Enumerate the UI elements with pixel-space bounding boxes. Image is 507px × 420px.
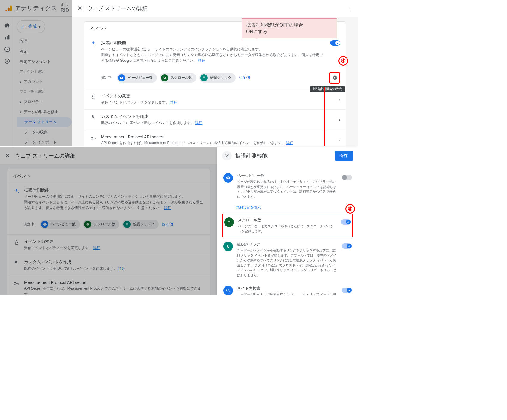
chip-pageview: ページビュー数	[117, 73, 157, 83]
chip-outbound: 離脱クリック	[199, 73, 236, 83]
out-toggle[interactable]	[342, 243, 352, 249]
eye-icon	[223, 173, 233, 183]
key-icon	[90, 135, 97, 142]
svg-point-14	[91, 137, 93, 139]
sheet-title: ウェブ ストリームの詳細	[87, 5, 148, 12]
panel-title: 拡張計測機能	[235, 152, 331, 159]
svg-rect-3	[5, 37, 6, 39]
close-icon[interactable]: ✕	[77, 4, 82, 12]
app-title: アナリティクス	[15, 4, 57, 12]
reports-icon[interactable]	[4, 34, 10, 41]
svg-line-29	[229, 291, 230, 292]
admin-sidebar: ＋ 作成 ▾ 管理 設定 設定アシスタント アカウント設定 ▸アカウント プロパ…	[14, 17, 74, 146]
ext-title: 拡張計測機能	[101, 40, 326, 46]
pv-toggle[interactable]	[342, 175, 352, 180]
chevron-right-icon: ›	[338, 96, 340, 102]
nav-header-account: アカウント設定	[17, 67, 72, 77]
search-toggle[interactable]	[342, 288, 352, 293]
mouse-icon	[223, 242, 233, 251]
explore-icon[interactable]	[4, 46, 10, 52]
measuring-chips: 測定中: ページビュー数 スクロール数 離脱クリック 他 3 個 拡張計測機能の…	[84, 68, 346, 89]
gear-icon	[332, 75, 338, 81]
measuring-label: 測定中:	[101, 75, 112, 80]
nav-admin[interactable]: 管理	[17, 36, 72, 47]
nav-data-collect[interactable]: ▾データの収集と修正	[17, 107, 72, 117]
svg-rect-5	[8, 35, 9, 40]
item-outbound: 離脱クリックユーザーがドメインから移動するリンクをクリックするたびに、離脱クリッ…	[222, 237, 353, 282]
item-scroll: スクロール数ページの一番下までスクロールされるたびに、スクロール イベントを記録…	[222, 214, 353, 237]
svg-point-28	[227, 289, 229, 291]
nav-data-collection[interactable]: データの収集	[17, 127, 72, 137]
gear-button[interactable]: 拡張計測機能の設定	[329, 72, 340, 84]
svg-point-23	[228, 177, 229, 178]
svg-point-2	[5, 10, 7, 11]
svg-rect-4	[7, 36, 8, 39]
scroll-toggle[interactable]	[341, 219, 351, 225]
details-link[interactable]: 詳細	[286, 141, 293, 145]
search-icon	[223, 286, 233, 295]
nav-assistant[interactable]: 設定アシスタント	[17, 57, 72, 67]
svg-point-9	[121, 77, 122, 78]
chevron-right-icon: ▸	[20, 100, 22, 104]
r2-title: イベントの変更	[101, 93, 334, 99]
r4-title: Measurement Protocol API secret	[101, 135, 334, 139]
row-mp-secret[interactable]: Measurement Protocol API secretAPI Secre…	[84, 130, 346, 146]
annotation-num-4: ④	[338, 56, 348, 66]
more-3-link[interactable]: 他 3 個	[239, 75, 250, 80]
annotation-callout: 拡張計測機能がOFFの場合ONにする	[242, 18, 337, 38]
scroll-icon	[224, 217, 234, 227]
details-link[interactable]: 詳細	[195, 121, 202, 125]
item-pageview: ページビュー数ページが読み込まれるたび、またはウェブサイトによりブラウザの履歴の…	[222, 169, 353, 203]
chevron-right-icon: ›	[338, 117, 340, 123]
chevron-down-icon: ▾	[38, 24, 41, 29]
home-icon[interactable]	[4, 22, 10, 29]
chevron-down-icon: ▾	[20, 110, 22, 114]
svg-rect-1	[8, 7, 10, 11]
cursor-sparkle-icon	[90, 114, 97, 121]
events-card: イベント 拡張計測機能 ページビューの標準測定に加え、サイトのコンテンツとのイン…	[84, 21, 346, 146]
nav-data-stream[interactable]: データ ストリーム	[17, 117, 72, 127]
nav-property[interactable]: ▸プロパティ	[17, 97, 72, 107]
chip-scroll: スクロール数	[160, 73, 196, 83]
ext-desc: ページビューの標準測定に加え、サイトのコンテンツとのインタラクションを自動的に測…	[101, 47, 326, 64]
nav-account[interactable]: ▸アカウント	[17, 77, 72, 87]
left-rail	[0, 17, 14, 146]
details-link[interactable]: 詳細	[198, 58, 205, 63]
nav-settings[interactable]: 設定	[17, 47, 72, 57]
kebab-icon[interactable]: ⋮	[347, 5, 353, 12]
svg-point-7	[6, 60, 8, 62]
close-icon[interactable]: ✕	[222, 151, 232, 160]
nav-data-import[interactable]: データ インポート	[17, 137, 72, 146]
chevron-right-icon: ›	[338, 137, 340, 143]
save-button[interactable]: 保存	[335, 151, 353, 161]
row-create-events[interactable]: カスタム イベントを作成既存のイベントに基づいて新しいイベントを作成します。 詳…	[84, 109, 346, 130]
chevron-right-icon: ▸	[20, 80, 22, 84]
row-enhanced-measurement: 拡張計測機能 ページビューの標準測定に加え、サイトのコンテンツとのインタラクショ…	[84, 36, 346, 68]
enhanced-toggle[interactable]	[330, 40, 340, 46]
property-selector[interactable]: すべ RID	[61, 3, 69, 13]
details-link[interactable]: 詳細	[170, 100, 177, 104]
advanced-settings-link[interactable]: 詳細設定を表示	[222, 203, 353, 214]
create-button[interactable]: ＋ 作成 ▾	[17, 20, 45, 33]
sparkle-icon	[90, 40, 97, 47]
svg-rect-26	[227, 245, 229, 248]
nav-header-property: プロパティ設定	[17, 87, 72, 97]
annotation-num-5: ⑤	[345, 204, 355, 214]
r3-title: カスタム イベントを作成	[101, 114, 334, 119]
ga-logo: アナリティクス	[5, 4, 57, 13]
svg-point-11	[164, 78, 165, 78]
enhanced-measurement-panel: ✕ 拡張計測機能 保存 ページビュー数ページが読み込まれるたび、またはウェブサイ…	[217, 147, 358, 295]
ads-icon[interactable]	[4, 58, 10, 64]
plus-icon: ＋	[21, 23, 27, 30]
row-modify-events[interactable]: イベントの変更受信イベントとパラメータを変更します。 詳細 ›	[84, 89, 346, 109]
svg-rect-0	[10, 5, 12, 11]
svg-point-25	[229, 222, 229, 223]
touch-icon	[90, 93, 97, 101]
item-site-search: サイト内検索ユーザーがサイト上で検索を行うたびに、（クエリ パラメータに基づいて…	[222, 282, 353, 295]
